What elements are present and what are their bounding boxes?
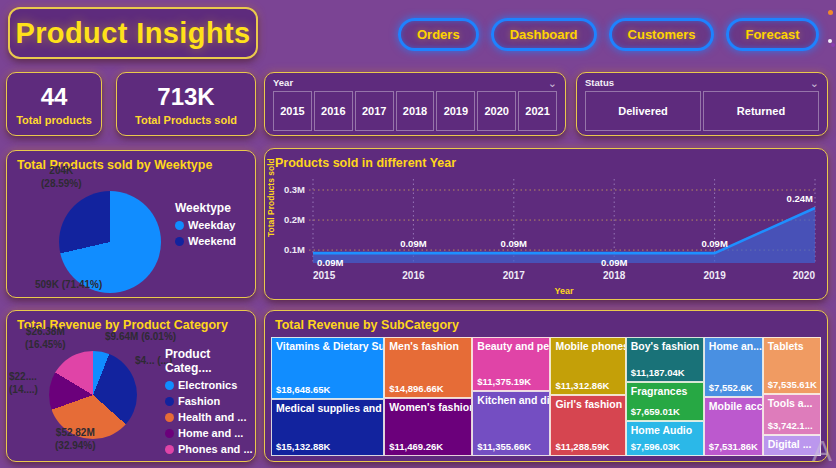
legend-label: Health and ... [178, 411, 246, 423]
legend-label: Phones and ... [178, 443, 253, 455]
tile-label: Kitchen and dinn... [477, 395, 545, 407]
treemap-tile-home-audio[interactable]: Home Audio$7,596.03K [626, 421, 704, 456]
year-option-2019[interactable]: 2019 [436, 91, 475, 131]
legend-item-health-and-[interactable]: Health and ... [165, 411, 255, 423]
chart-title: Total Revenue by SubCategory [265, 311, 827, 332]
treemap-tile-home-an-[interactable]: Home an...$7,552.6K [704, 337, 763, 397]
treemap-tile-tools-a-[interactable]: Tools a...$3,742.1... [763, 394, 821, 434]
status-option-delivered[interactable]: Delivered [585, 91, 701, 131]
kpi-value: 44 [41, 83, 68, 111]
treemap-tile-girl-s-fashion[interactable]: Girl's fashion$11,288.59K [550, 395, 625, 456]
svg-text:2017: 2017 [503, 270, 526, 281]
treemap-panel: Total Revenue by SubCategory Vitamins & … [264, 310, 828, 462]
treemap-tile-medical-supplies-and-equi-[interactable]: Medical supplies and Equi...$15,132.88K [271, 399, 384, 456]
legend-item-phones-and-[interactable]: Phones and ... [165, 443, 255, 455]
weektype-legend: Weektype WeekdayWeekend [175, 201, 236, 251]
tile-label: Boy's fashion [631, 341, 699, 353]
treemap-tile-mobile-phones[interactable]: Mobile phones$11,312.86K [550, 337, 625, 395]
treemap-column: Mobile phones$11,312.86KGirl's fashion$1… [550, 337, 625, 456]
treemap-tile-women-s-fashion[interactable]: Women's fashion$11,469.26K [384, 398, 472, 456]
treemap-tile-kitchen-and-dinn-[interactable]: Kitchen and dinn...$11,355.66K [472, 391, 550, 456]
chevron-down-icon[interactable]: ⌄ [548, 79, 557, 87]
category-legend: Product Categ.... ElectronicsFashionHeal… [165, 347, 255, 459]
tile-label: Vitamins & Dietary Supple... [276, 341, 379, 353]
treemap-column: Beauty and pers...$11,375.19KKitchen and… [472, 337, 550, 456]
treemap-tile-fragrances[interactable]: Fragrances$7,659.01K [626, 382, 704, 421]
legend-dot [165, 381, 174, 390]
svg-text:2019: 2019 [703, 270, 726, 281]
treemap-tile-vitamins-dietary-supple-[interactable]: Vitamins & Dietary Supple...$18,648.65K [271, 337, 384, 399]
legend-title: Weektype [175, 201, 236, 215]
svg-text:2015: 2015 [313, 270, 336, 281]
kpi-value: 713K [157, 83, 214, 111]
tile-label: Women's fashion [389, 402, 467, 414]
svg-text:0.24M: 0.24M [787, 193, 813, 204]
pie-data-label: $9.64M (6.01%) [105, 331, 176, 344]
svg-text:0.09M: 0.09M [601, 257, 627, 268]
tile-label: Men's fashion [389, 341, 467, 353]
chart-title: Products sold in different Year [265, 149, 827, 170]
treemap-tile-men-s-fashion[interactable]: Men's fashion$14,896.66K [384, 337, 472, 398]
svg-text:2020: 2020 [793, 270, 816, 281]
status-slicer-label: Status [585, 77, 614, 88]
legend-item-fashion[interactable]: Fashion [165, 395, 255, 407]
year-option-2017[interactable]: 2017 [355, 91, 394, 131]
kpi-label: Total products [16, 114, 92, 126]
sparkle-dot [831, 43, 835, 47]
category-pie-chart[interactable] [49, 351, 137, 439]
tile-value: $7,535.61K [768, 379, 817, 390]
tile-label: Home Audio [631, 425, 699, 437]
year-option-2020[interactable]: 2020 [477, 91, 516, 131]
tile-value: $18,648.65K [276, 384, 330, 395]
tile-value: $11,312.86K [555, 380, 609, 391]
legend-label: Weekday [188, 219, 236, 231]
legend-item-electronics[interactable]: Electronics [165, 379, 255, 391]
status-option-returned[interactable]: Returned [703, 91, 819, 131]
tile-label: Mobile phones [555, 341, 620, 353]
year-option-2021[interactable]: 2021 [518, 91, 557, 131]
y-axis-title: Total Products sold [266, 158, 276, 237]
weektype-pie-chart[interactable] [59, 191, 161, 293]
nav-button-dashboard[interactable]: Dashboard [491, 18, 597, 51]
treemap-tile-digital-[interactable]: Digital ... [763, 435, 821, 456]
legend-item-weekend[interactable]: Weekend [175, 235, 236, 247]
tile-value: $3,742.1... [768, 420, 813, 431]
nav-button-forecast[interactable]: Forecast [726, 18, 818, 51]
treemap-column: Boy's fashion$11,187.04KFragrances$7,659… [626, 337, 704, 456]
tile-value: $15,132.88K [276, 441, 330, 452]
pie-data-label: 204K (28.59%) [41, 165, 82, 190]
tile-value: $7,552.6K [709, 382, 753, 393]
tile-value: $7,659.01K [631, 406, 680, 417]
tile-value: $11,288.59K [555, 441, 609, 452]
chevron-down-icon[interactable]: ⌄ [810, 79, 819, 87]
page-title: Product Insights [15, 17, 250, 50]
weektype-pie-panel: Total Products sold by Weektype 204K (28… [6, 150, 256, 298]
legend-dot [165, 445, 174, 454]
tile-value: $11,187.04K [631, 367, 685, 378]
legend-item-weekday[interactable]: Weekday [175, 219, 236, 231]
area-chart-panel: Products sold in different Year Total Pr… [264, 148, 828, 300]
year-option-2018[interactable]: 2018 [396, 91, 435, 131]
tile-label: Fragrances [631, 386, 699, 398]
tile-value: $11,375.19K [477, 376, 531, 387]
pie-data-label: $22.... (14....) [9, 371, 38, 396]
tile-value: $11,355.66K [477, 441, 531, 452]
treemap-tile-mobile-acc-[interactable]: Mobile acc...$7,531.86K [704, 397, 763, 457]
legend-item-home-and-[interactable]: Home and ... [165, 427, 255, 439]
area-chart[interactable]: Total Products sold 0.1M0.2M0.3M20152016… [267, 171, 827, 299]
treemap-column: Vitamins & Dietary Supple...$18,648.65KM… [271, 337, 384, 456]
tile-label: Beauty and pers... [477, 341, 545, 353]
legend-label: Home and ... [178, 427, 243, 439]
treemap-tile-boy-s-fashion[interactable]: Boy's fashion$11,187.04K [626, 337, 704, 382]
treemap-tile-tablets[interactable]: Tablets$7,535.61K [763, 337, 821, 394]
nav-button-customers[interactable]: Customers [609, 18, 715, 51]
tile-label: Mobile acc... [709, 401, 758, 413]
treemap-tile-beauty-and-pers-[interactable]: Beauty and pers...$11,375.19K [472, 337, 550, 391]
category-pie-panel: Total Revenue by Product Category $26.38… [6, 310, 256, 462]
year-option-2015[interactable]: 2015 [273, 91, 312, 131]
year-option-2016[interactable]: 2016 [314, 91, 353, 131]
year-slicer: Year ⌄ 2015201620172018201920202021 [264, 72, 566, 136]
tile-label: Tools a... [768, 398, 816, 410]
nav-button-orders[interactable]: Orders [398, 18, 479, 51]
tile-label: Home an... [709, 341, 758, 353]
